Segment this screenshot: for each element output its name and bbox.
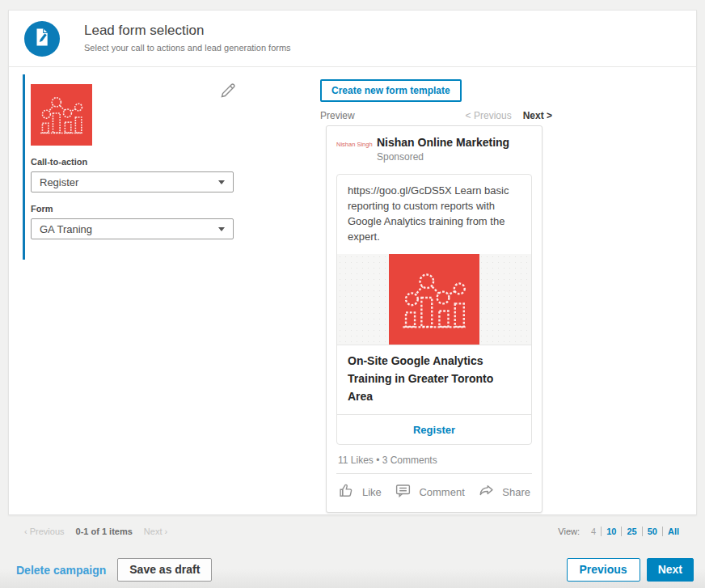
lead-form-selection-page: Lead form selection Select your call to … (0, 0, 705, 588)
sponsored-label: Sponsored (377, 151, 509, 163)
lead-form-document-pencil-icon (24, 19, 60, 58)
items-range-label: 0-1 of 1 items (76, 527, 133, 536)
form-select[interactable]: GA Traning (31, 218, 234, 239)
panel-header: Lead form selection Select your call to … (9, 11, 696, 67)
items-next-link[interactable]: Next › (144, 527, 167, 536)
post-cta-label: Register (413, 424, 455, 436)
save-as-draft-button[interactable]: Save as draft (117, 558, 212, 582)
comment-icon (395, 482, 412, 501)
previous-step-button[interactable]: Previous (567, 558, 640, 582)
post-body-text: https://goo.gl/GcDS5X Learn basic report… (337, 175, 531, 254)
page-subtitle: Select your call to actions and lead gen… (84, 43, 291, 53)
preview-column: Create new form template Preview < Previ… (320, 79, 552, 513)
form-label: Form (31, 204, 53, 214)
delete-campaign-link[interactable]: Delete campaign (16, 564, 106, 577)
chevron-down-icon (218, 180, 225, 184)
items-previous-link[interactable]: ‹ Previous (24, 527, 65, 536)
next-step-button[interactable]: Next (647, 558, 694, 582)
footer-right-actions: Previous Next (567, 558, 694, 582)
company-name: Nishan Online Marketing (377, 136, 509, 149)
edit-creative-button[interactable] (217, 81, 239, 102)
preview-header-row: Preview < Previous Next > (320, 110, 552, 121)
comment-label: Comment (419, 486, 464, 498)
preview-pager: < Previous Next > (466, 110, 552, 121)
post-actions-row: Like Comment (336, 482, 532, 502)
share-button[interactable]: Share (478, 482, 530, 501)
view-option-50[interactable]: 50 (642, 527, 662, 536)
preview-next-link[interactable]: Next > (523, 110, 552, 121)
footer-left-actions: Delete campaign Save as draft (16, 558, 212, 582)
creative-thumbnail (31, 84, 92, 146)
main-panel: Lead form selection Select your call to … (8, 10, 697, 515)
like-label: Like (362, 486, 382, 498)
create-new-form-template-button[interactable]: Create new form template (320, 79, 462, 102)
items-pagination: ‹ Previous 0-1 of 1 items Next › (24, 527, 167, 536)
view-label: View: (558, 527, 580, 536)
view-option-10[interactable]: 10 (601, 527, 621, 536)
sponsored-post-preview-card: Nishan Singh Nishan Online Marketing Spo… (326, 125, 542, 513)
company-logo: Nishan Singh (336, 136, 369, 148)
header-text: Lead form selection Select your call to … (84, 23, 291, 53)
call-to-action-value: Register (40, 176, 218, 188)
comment-button[interactable]: Comment (395, 482, 464, 501)
post-headline: On-Site Google Analytics Training in Gre… (337, 345, 531, 414)
share-icon (478, 482, 495, 501)
preview-label: Preview (320, 110, 355, 121)
post-brand-row: Nishan Singh Nishan Online Marketing Spo… (336, 136, 532, 163)
form-value: GA Traning (40, 223, 218, 235)
divider (336, 473, 532, 474)
lead-form-step-badge (24, 21, 60, 57)
post-image (389, 254, 479, 345)
post-image-band (337, 254, 531, 345)
preview-previous-link[interactable]: < Previous (466, 110, 512, 121)
analytics-chart-icon (397, 260, 471, 338)
pencil-icon (218, 91, 238, 103)
like-button[interactable]: Like (338, 482, 382, 501)
chevron-down-icon (218, 227, 225, 231)
view-option-4[interactable]: 4 (586, 527, 601, 536)
call-to-action-select[interactable]: Register (31, 171, 234, 192)
view-options: View: 4 10 25 50 All (558, 527, 684, 536)
view-option-all[interactable]: All (662, 527, 684, 536)
post-brand-text: Nishan Online Marketing Sponsored (377, 136, 509, 163)
page-title: Lead form selection (84, 23, 291, 39)
view-option-25[interactable]: 25 (621, 527, 641, 536)
selected-creative-accent-bar (23, 74, 25, 260)
post-content-card: https://goo.gl/GcDS5X Learn basic report… (336, 174, 532, 445)
post-cta-button[interactable]: Register (337, 414, 531, 444)
analytics-chart-icon (36, 88, 87, 142)
thumbs-up-icon (338, 482, 355, 501)
call-to-action-label: Call-to-action (31, 157, 87, 167)
social-counts: 11 Likes • 3 Comments (338, 455, 530, 466)
panel-content: Call-to-action Register Form GA Traning … (9, 67, 696, 514)
share-label: Share (502, 486, 530, 498)
